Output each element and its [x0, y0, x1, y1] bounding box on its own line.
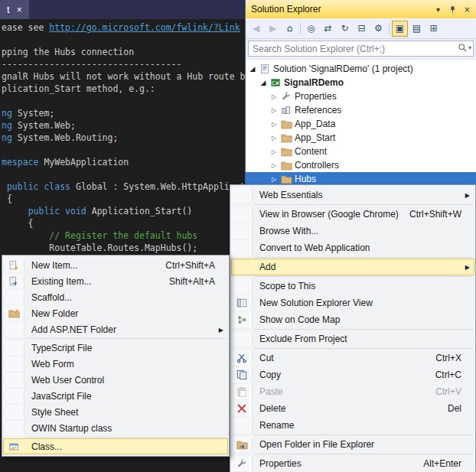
menu-item-web-user-control[interactable]: Web User Control: [3, 372, 228, 388]
tree-item-app-data[interactable]: ▷App_Data: [246, 117, 476, 131]
code-line: ng System.Web;: [2, 119, 245, 132]
code-token: {: [2, 194, 12, 204]
code-area[interactable]: ease see http://go.microsoft.com/fwlink/…: [0, 19, 245, 254]
view-code-map-button[interactable]: ⊞: [425, 21, 442, 37]
menu-item-add[interactable]: Add▶: [231, 259, 474, 275]
menu-item-gutter: [232, 207, 253, 222]
window-position-icon[interactable]: ▾: [432, 3, 445, 16]
tree-item-properties[interactable]: ▷Properties: [246, 90, 476, 103]
code-line: [2, 34, 245, 46]
menu-item-shortcut: Alt+Enter: [423, 458, 474, 469]
menu-item-class[interactable]: Class...: [3, 438, 228, 454]
menu-item-typescript-file[interactable]: TypeScript File: [3, 340, 228, 356]
code-token: public class: [7, 181, 70, 192]
home-button[interactable]: ⌂: [282, 21, 298, 37]
menu-item-add-asp-net-folder[interactable]: Add ASP.NET Folder▶: [3, 321, 228, 337]
folder-icon: [279, 161, 293, 171]
menu-item-gutter: [232, 350, 253, 366]
show-all-files-toggle[interactable]: ▤: [409, 21, 425, 37]
menu-item-scaffold[interactable]: Scaffold...: [3, 289, 228, 305]
back-button[interactable]: ◀: [248, 21, 264, 37]
folder-icon: [279, 147, 293, 157]
tab-close-icon[interactable]: ×: [17, 5, 22, 15]
solution-explorer-titlebar[interactable]: Solution Explorer ▾×: [246, 0, 476, 18]
menu-item-gutter: [4, 306, 24, 321]
menu-item-scope-to-this[interactable]: Scope to This: [231, 278, 474, 295]
menu-item-gutter: [232, 418, 253, 433]
code-token: ng: [2, 120, 12, 131]
existingitem-icon: [8, 276, 19, 287]
tree-item-content[interactable]: ▷Content: [246, 145, 476, 158]
sync-with-active-document-button[interactable]: ⇄: [320, 21, 336, 37]
menu-item-owin-startup-class[interactable]: OWIN Startup class: [3, 420, 228, 436]
search-input[interactable]: [248, 41, 474, 57]
menu-item-shortcut: Ctrl+C: [435, 369, 474, 380]
preview-selected-items-toggle[interactable]: ▣: [392, 21, 408, 37]
menu-item-existing-item[interactable]: Existing Item...Shift+Alt+A: [3, 273, 228, 289]
menu-item-new-item[interactable]: New Item...Ctrl+Shift+A: [3, 257, 228, 273]
collapsed-expander-icon[interactable]: ▷: [269, 148, 279, 155]
menu-item-label: New Item...: [24, 260, 165, 271]
pin-icon[interactable]: [446, 3, 459, 16]
folder-icon: [279, 174, 293, 184]
tree-item-solution-signalrdemo-1-project[interactable]: ◢Solution 'SignalRDemo' (1 project): [246, 62, 476, 76]
collapsed-expander-icon[interactable]: ▷: [269, 162, 279, 169]
menu-item-properties[interactable]: PropertiesAlt+Enter: [231, 455, 474, 472]
code-token: ng: [2, 108, 12, 119]
menu-item-view-in-browser-google-chrome[interactable]: View in Browser (Google Chrome)Ctrl+Shif…: [231, 206, 474, 223]
expanded-expander-icon[interactable]: ◢: [258, 79, 269, 86]
folder-icon: [279, 133, 293, 143]
collapsed-expander-icon[interactable]: ▷: [269, 135, 279, 142]
menu-item-open-folder-in-file-explorer[interactable]: Open Folder in File Explorer: [231, 436, 474, 453]
menu-item-exclude-from-project[interactable]: Exclude From Project: [231, 330, 474, 347]
code-hyperlink[interactable]: http://go.microsoft.com/fwlink/?Link: [49, 22, 240, 33]
collapsed-expander-icon[interactable]: ▷: [269, 121, 279, 128]
editor-tab-label: t: [7, 4, 10, 15]
menu-item-cut[interactable]: CutCtrl+X: [231, 350, 474, 366]
menu-item-label: Class...: [24, 441, 227, 452]
collapse-all-button[interactable]: ⊟: [354, 21, 370, 37]
class-icon: [8, 441, 19, 452]
tree-item-label: Controllers: [293, 160, 339, 171]
menu-item-paste[interactable]: PasteCtrl+V: [231, 383, 474, 400]
code-token: [2, 181, 7, 192]
tree-item-app-start[interactable]: ▷App_Start: [246, 131, 476, 145]
tree-item-signalrdemo[interactable]: ◢C#SignalRDemo: [246, 76, 476, 90]
menu-item-label: TypeScript File: [24, 343, 227, 353]
menu-item-style-sheet[interactable]: Style Sheet: [3, 404, 228, 420]
menu-item-label: New Folder: [24, 308, 227, 319]
menu-item-copy[interactable]: CopyCtrl+C: [231, 366, 474, 383]
editor-tab[interactable]: t ×: [0, 0, 29, 19]
properties-window-button[interactable]: ⚙: [370, 21, 386, 37]
tree-item-references[interactable]: ▷References: [246, 103, 476, 117]
close-icon[interactable]: ×: [461, 3, 474, 16]
collapsed-expander-icon[interactable]: ▷: [269, 176, 279, 183]
menu-item-new-solution-explorer-view[interactable]: New Solution Explorer View: [231, 295, 474, 311]
menu-item-show-on-code-map[interactable]: Show on Code Map: [231, 311, 474, 328]
code-line: {: [2, 193, 245, 205]
expanded-expander-icon[interactable]: ◢: [247, 65, 258, 73]
collapsed-expander-icon[interactable]: ▷: [269, 107, 279, 114]
menu-item-web-form[interactable]: Web Form: [3, 356, 228, 372]
menu-item-rename[interactable]: Rename: [231, 417, 474, 434]
toolbar-separator: [389, 23, 390, 34]
folder-icon: [279, 119, 293, 129]
menu-item-shortcut: Ctrl+X: [435, 353, 474, 363]
menu-item-browse-with[interactable]: Browse With...: [231, 223, 474, 239]
code-line: ease see http://go.microsoft.com/fwlink/…: [2, 21, 245, 34]
code-token: public void: [28, 206, 86, 216]
search-dropdown[interactable]: ▾: [458, 43, 471, 53]
forward-button[interactable]: ▶: [265, 21, 281, 37]
code-line: ----------------------------------: [2, 58, 245, 70]
menu-item-web-essentials[interactable]: Web Essentials▶: [231, 187, 474, 203]
menu-item-gutter: [4, 405, 24, 419]
menu-item-delete[interactable]: DeleteDel: [231, 400, 474, 417]
menu-item-convert-to-web-application[interactable]: Convert to Web Application: [231, 239, 474, 256]
menu-item-new-folder[interactable]: New Folder: [3, 305, 228, 321]
menu-item-javascript-file[interactable]: JavaScript File: [3, 388, 228, 404]
collapsed-expander-icon[interactable]: ▷: [269, 93, 279, 100]
sync-selection-button[interactable]: ◎: [303, 21, 319, 37]
tree-item-controllers[interactable]: ▷Controllers: [246, 158, 476, 172]
refresh-button[interactable]: ↻: [337, 21, 353, 37]
menu-item-label: Paste: [253, 386, 435, 397]
